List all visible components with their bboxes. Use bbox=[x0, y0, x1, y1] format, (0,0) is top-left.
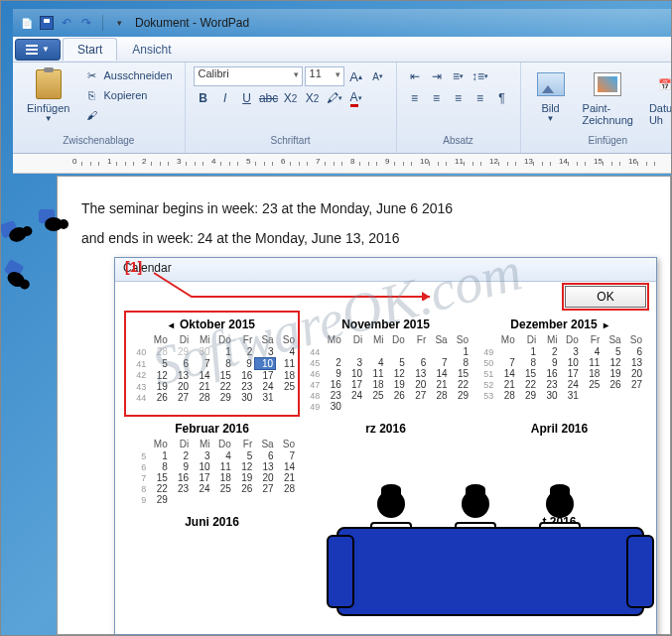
calendar-day[interactable]: 27 bbox=[407, 390, 428, 401]
ruler[interactable]: 012345678910111213141516 bbox=[13, 154, 671, 174]
calendar-day[interactable]: 26 bbox=[386, 390, 407, 401]
calendar-day[interactable]: 5 bbox=[602, 346, 622, 357]
calendar-day[interactable]: 15 bbox=[148, 472, 169, 483]
calendar-day[interactable]: 25 bbox=[276, 381, 297, 392]
prev-month-icon[interactable]: ◂ bbox=[169, 319, 174, 330]
calendar-day[interactable]: 10 bbox=[254, 358, 275, 370]
ok-button[interactable]: OK bbox=[565, 286, 646, 308]
calendar-day[interactable]: 12 bbox=[148, 370, 169, 382]
calendar-day[interactable]: 12 bbox=[386, 368, 407, 379]
calendar-day[interactable]: 7 bbox=[428, 357, 449, 368]
calendar-day[interactable]: 10 bbox=[560, 357, 581, 368]
calendar-day[interactable] bbox=[322, 346, 342, 357]
calendar-day[interactable] bbox=[343, 401, 364, 412]
calendar-day[interactable]: 1 bbox=[212, 346, 233, 358]
calendar-day[interactable]: 7 bbox=[495, 357, 516, 368]
calendar-day[interactable]: 13 bbox=[254, 461, 275, 472]
calendar-day[interactable]: 28 bbox=[148, 346, 169, 358]
calendar-day[interactable]: 29 bbox=[212, 392, 233, 403]
justify-button[interactable]: ≡ bbox=[470, 88, 490, 108]
calendar-day[interactable]: 25 bbox=[364, 390, 385, 401]
calendar-day[interactable]: 9 bbox=[170, 461, 191, 472]
calendar-month[interactable]: November 2015MoDiMiDoFrSaSo4414523456784… bbox=[299, 312, 472, 416]
calendar-day[interactable]: 21 bbox=[276, 472, 297, 483]
calendar-day[interactable]: 30 bbox=[233, 392, 254, 403]
calendar-day[interactable]: 11 bbox=[212, 461, 233, 472]
align-center-button[interactable]: ≡ bbox=[427, 88, 447, 108]
calendar-day[interactable]: 27 bbox=[254, 483, 275, 494]
calendar-day[interactable]: 7 bbox=[191, 358, 211, 370]
insert-date-button[interactable]: 📅 Datu Uh bbox=[643, 66, 672, 128]
insert-image-button[interactable]: Bild▼ bbox=[529, 66, 573, 125]
calendar-day[interactable]: 6 bbox=[623, 346, 644, 357]
calendar-day[interactable]: 24 bbox=[254, 381, 275, 392]
calendar-day[interactable] bbox=[343, 346, 364, 357]
paste-button[interactable]: Einfügen ▼ bbox=[21, 66, 75, 125]
calendar-day[interactable]: 30 bbox=[538, 390, 559, 401]
calendar-day[interactable]: 10 bbox=[191, 461, 211, 472]
calendar-day[interactable]: 20 bbox=[170, 381, 191, 392]
calendar-day[interactable] bbox=[450, 401, 470, 412]
calendar-month[interactable]: ◂Oktober 2015MoDiMiDoFrSaSo4028293012344… bbox=[125, 312, 299, 416]
calendar-day[interactable]: 15 bbox=[212, 370, 233, 382]
calendar-day[interactable]: 15 bbox=[517, 368, 538, 379]
calendar-day[interactable]: 9 bbox=[322, 368, 342, 379]
calendar-day[interactable]: 4 bbox=[276, 346, 297, 358]
font-family-combo[interactable]: Calibri bbox=[194, 66, 303, 86]
calendar-day[interactable] bbox=[407, 346, 428, 357]
calendar-month[interactable]: Februar 2016MoDiMiDoFrSaSo51234567689101… bbox=[125, 416, 299, 509]
calendar-day[interactable]: 11 bbox=[276, 358, 297, 370]
calendar-day[interactable]: 23 bbox=[322, 390, 342, 401]
calendar-day[interactable]: 29 bbox=[148, 494, 169, 505]
redo-icon[interactable]: ↷ bbox=[78, 15, 94, 31]
calendar-day[interactable]: 18 bbox=[364, 379, 385, 390]
calendar-day[interactable] bbox=[428, 346, 449, 357]
calendar-day[interactable]: 17 bbox=[191, 472, 211, 483]
calendar-day[interactable] bbox=[386, 346, 407, 357]
calendar-day[interactable]: 20 bbox=[254, 472, 275, 483]
calendar-day[interactable] bbox=[602, 390, 622, 401]
highlight-button[interactable]: 🖍▾ bbox=[325, 88, 344, 108]
calendar-day[interactable]: 13 bbox=[407, 368, 428, 379]
save-icon[interactable] bbox=[39, 15, 55, 31]
calendar-day[interactable]: 2 bbox=[322, 357, 342, 368]
bold-button[interactable]: B bbox=[194, 88, 213, 108]
calendar-month[interactable]: Dezember 2015▸MoDiMiDoFrSaSo491234565078… bbox=[472, 312, 646, 416]
insert-paint-button[interactable]: Paint-Zeichnung bbox=[577, 66, 639, 128]
calendar-day[interactable]: 24 bbox=[343, 390, 364, 401]
calendar-day[interactable]: 21 bbox=[428, 379, 449, 390]
calendar-day[interactable]: 30 bbox=[191, 346, 211, 358]
calendar-day[interactable]: 21 bbox=[191, 381, 211, 392]
calendar-day[interactable] bbox=[386, 401, 407, 412]
calendar-day[interactable]: 3 bbox=[560, 346, 581, 357]
calendar-day[interactable]: 9 bbox=[538, 357, 559, 368]
calendar-day[interactable]: 6 bbox=[407, 357, 428, 368]
calendar-day[interactable]: 23 bbox=[233, 381, 254, 392]
calendar-day[interactable] bbox=[212, 494, 233, 505]
tab-start[interactable]: Start bbox=[63, 38, 117, 61]
align-right-button[interactable]: ≡ bbox=[449, 88, 469, 108]
calendar-day[interactable]: 14 bbox=[191, 370, 211, 382]
calendar-day[interactable] bbox=[276, 494, 297, 505]
calendar-day[interactable]: 3 bbox=[191, 450, 211, 461]
calendar-day[interactable]: 18 bbox=[276, 370, 297, 382]
calendar-day[interactable]: 3 bbox=[254, 346, 275, 358]
calendar-day[interactable]: 17 bbox=[343, 379, 364, 390]
calendar-day[interactable]: 29 bbox=[450, 390, 470, 401]
calendar-day[interactable]: 31 bbox=[560, 390, 581, 401]
calendar-day[interactable]: 14 bbox=[495, 368, 516, 379]
calendar-day[interactable]: 8 bbox=[148, 461, 169, 472]
calendar-day[interactable]: 12 bbox=[233, 461, 254, 472]
calendar-day[interactable]: 29 bbox=[517, 390, 538, 401]
calendar-day[interactable]: 8 bbox=[212, 358, 233, 370]
calendar-day[interactable]: 26 bbox=[233, 483, 254, 494]
bullets-button[interactable]: ≡▾ bbox=[449, 66, 469, 86]
font-color-button[interactable]: A▾ bbox=[346, 88, 366, 108]
calendar-day[interactable]: 17 bbox=[254, 370, 275, 382]
calendar-day[interactable]: 24 bbox=[191, 483, 211, 494]
calendar-day[interactable]: 18 bbox=[581, 368, 602, 379]
calendar-day[interactable]: 5 bbox=[233, 450, 254, 461]
calendar-day[interactable]: 5 bbox=[148, 358, 169, 370]
calendar-day[interactable] bbox=[581, 390, 602, 401]
calendar-day[interactable] bbox=[364, 346, 385, 357]
